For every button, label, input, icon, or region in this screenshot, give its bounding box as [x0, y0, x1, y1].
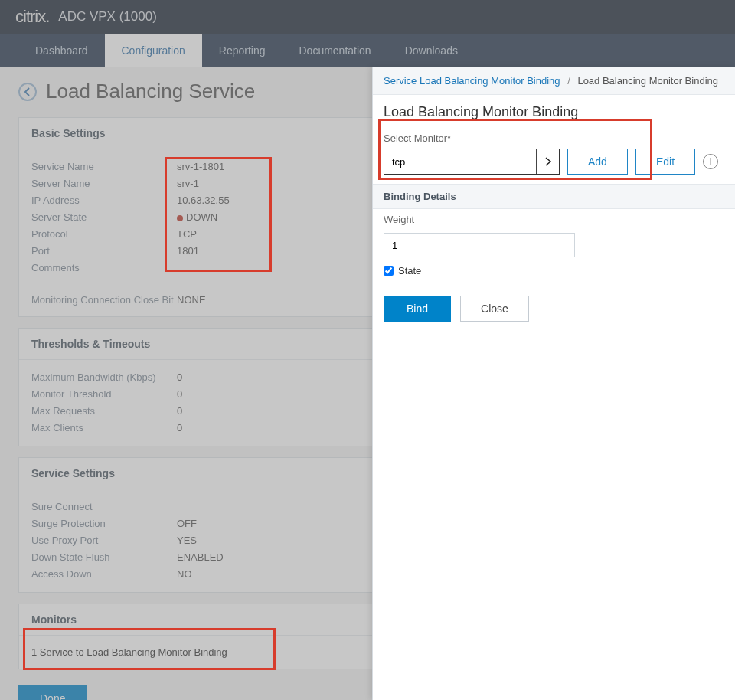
label-max-requests: Max Requests: [31, 403, 177, 420]
label-down-state-flush: Down State Flush: [31, 549, 177, 566]
value-mon-threshold: 0: [177, 386, 182, 403]
top-bar: citrix. ADC VPX (1000): [0, 0, 735, 34]
chevron-right-icon[interactable]: [536, 149, 559, 174]
value-max-requests: 0: [177, 403, 182, 420]
page-title: Load Balancing Service: [46, 80, 255, 103]
label-max-clients: Max Clients: [31, 420, 177, 437]
value-mon-close-bit: NONE: [177, 294, 206, 306]
side-panel-title: Load Balancing Monitor Binding: [373, 95, 735, 128]
edit-button[interactable]: Edit: [635, 149, 695, 175]
breadcrumb-current: Load Balancing Monitor Binding: [577, 75, 718, 87]
value-server-state: DOWN: [177, 209, 217, 226]
label-mon-threshold: Monitor Threshold: [31, 386, 177, 403]
binding-details-header: Binding Details: [373, 184, 735, 209]
tab-dashboard[interactable]: Dashboard: [18, 34, 105, 67]
label-server-name: Server Name: [31, 175, 177, 192]
label-access-down: Access Down: [31, 566, 177, 583]
select-monitor-box[interactable]: [384, 149, 560, 175]
value-protocol: TCP: [177, 226, 197, 243]
value-access-down: NO: [177, 566, 192, 583]
value-use-proxy-port: YES: [177, 532, 197, 549]
label-max-bandwidth: Maximum Bandwidth (Kbps): [31, 369, 177, 386]
label-ip-address: IP Address: [31, 192, 177, 209]
label-surge-protection: Surge Protection: [31, 515, 177, 532]
value-service-name: srv-1-1801: [177, 159, 224, 175]
side-panel-monitor-binding: Service Load Balancing Monitor Binding /…: [372, 67, 735, 700]
add-button[interactable]: Add: [567, 149, 628, 175]
label-port: Port: [31, 243, 177, 260]
weight-input[interactable]: [384, 233, 575, 257]
breadcrumb-link-parent[interactable]: Service Load Balancing Monitor Binding: [384, 75, 560, 87]
value-surge-protection: OFF: [177, 515, 197, 532]
value-down-state-flush: ENABLED: [177, 549, 224, 566]
done-button[interactable]: Done: [18, 685, 87, 700]
product-name: ADC VPX (1000): [58, 9, 157, 25]
brand-logo: citrix.: [15, 7, 49, 27]
back-icon[interactable]: [18, 83, 37, 101]
bind-button[interactable]: Bind: [384, 296, 451, 322]
weight-label: Weight: [384, 214, 724, 225]
tab-downloads[interactable]: Downloads: [388, 34, 475, 67]
info-icon[interactable]: i: [703, 154, 718, 169]
label-use-proxy-port: Use Proxy Port: [31, 532, 177, 549]
tab-documentation[interactable]: Documentation: [282, 34, 387, 67]
close-button[interactable]: Close: [460, 296, 529, 322]
tab-configuration[interactable]: Configuration: [105, 34, 202, 67]
label-comments: Comments: [31, 260, 177, 276]
value-server-name: srv-1: [177, 175, 199, 192]
select-monitor-label: Select Monitor*: [384, 132, 724, 144]
select-monitor-input[interactable]: [384, 149, 536, 174]
breadcrumb: Service Load Balancing Monitor Binding /…: [373, 67, 735, 95]
value-max-clients: 0: [177, 420, 182, 437]
label-mon-close-bit: Monitoring Connection Close Bit: [31, 294, 177, 306]
label-sure-connect: Sure Connect: [31, 499, 177, 515]
main-tabs: Dashboard Configuration Reporting Docume…: [0, 34, 735, 67]
label-service-name: Service Name: [31, 159, 177, 175]
label-server-state: Server State: [31, 209, 177, 226]
value-port: 1801: [177, 243, 199, 260]
value-max-bandwidth: 0: [177, 369, 182, 386]
value-ip-address: 10.63.32.55: [177, 192, 230, 209]
state-checkbox[interactable]: [384, 266, 394, 276]
tab-reporting[interactable]: Reporting: [202, 34, 283, 67]
label-protocol: Protocol: [31, 226, 177, 243]
breadcrumb-separator: /: [567, 75, 570, 87]
state-label: State: [398, 265, 421, 276]
